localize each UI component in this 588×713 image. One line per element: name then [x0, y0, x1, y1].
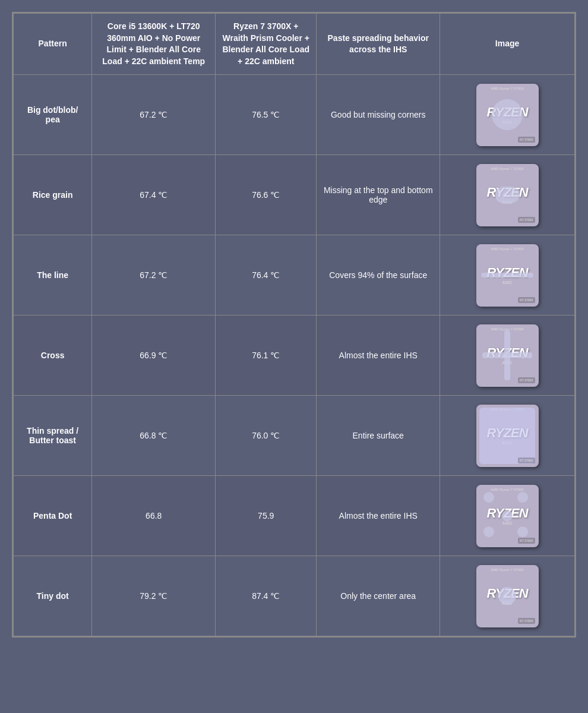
cell-r7-temp: 76.6 ℃ — [216, 155, 317, 235]
cpu-image: AMD Ryzen 7 3700XRYZENAMDR7 3700X — [475, 563, 540, 629]
table-row: Thin spread / Butter toast66.8 ℃76.0 ℃En… — [14, 396, 575, 476]
cell-pattern: Rice grain — [14, 155, 92, 235]
cell-image: AMD Ryzen 7 3700XRYZENAMDR7 3700X — [440, 476, 575, 556]
cell-i5-temp: 67.2 ℃ — [92, 235, 216, 316]
cell-pattern: Cross — [14, 316, 92, 396]
cpu-image: AMD Ryzen 7 3700XRYZENAMDR7 3700X — [475, 323, 540, 388]
cell-i5-temp: 66.8 — [92, 476, 216, 556]
cell-behavior: Missing at the top and bottom edge — [317, 155, 440, 235]
cell-image: AMD Ryzen 7 3700XRYZENAMDR7 3700X — [440, 316, 575, 396]
table-row: Cross66.9 ℃76.1 ℃Almost the entire IHSAM… — [14, 316, 575, 396]
cell-image: AMD Ryzen 7 3700XRYZENAMDR7 3700X — [440, 396, 575, 476]
cell-behavior: Only the center area — [317, 556, 440, 636]
cpu-image: AMD Ryzen 7 3700XRYZENAMDR7 3700X — [475, 82, 540, 147]
header-behavior: Paste spreading behavior across the IHS — [317, 14, 440, 75]
cell-behavior: Entire surface — [317, 396, 440, 476]
cell-r7-temp: 75.9 — [216, 476, 317, 556]
cell-r7-temp: 76.4 ℃ — [216, 235, 317, 316]
cell-pattern: Thin spread / Butter toast — [14, 396, 92, 476]
cell-pattern: Penta Dot — [14, 476, 92, 556]
cell-r7-temp: 76.5 ℃ — [216, 75, 317, 155]
cell-pattern: Tiny dot — [14, 556, 92, 636]
cell-i5-temp: 66.9 ℃ — [92, 316, 216, 396]
cell-i5-temp: 67.2 ℃ — [92, 75, 216, 155]
cell-image: AMD Ryzen 7 3700XRYZENAMDR7 3700X — [440, 155, 575, 235]
header-r7: Ryzen 7 3700X + Wraith Prism Cooler + Bl… — [216, 14, 317, 75]
comparison-table: Pattern Core i5 13600K + LT720 360mm AIO… — [13, 13, 575, 636]
cpu-image: AMD Ryzen 7 3700XRYZENAMDR7 3700X — [475, 403, 540, 468]
cell-image: AMD Ryzen 7 3700XRYZENAMDR7 3700X — [440, 235, 575, 316]
header-i5: Core i5 13600K + LT720 360mm AIO + No Po… — [92, 14, 216, 75]
cell-i5-temp: 66.8 ℃ — [92, 396, 216, 476]
cell-r7-temp: 76.0 ℃ — [216, 396, 317, 476]
cell-image: AMD Ryzen 7 3700XRYZENAMDR7 3700X — [440, 75, 575, 155]
main-table-container: Pattern Core i5 13600K + LT720 360mm AIO… — [12, 12, 576, 638]
cell-behavior: Good but missing corners — [317, 75, 440, 155]
cell-pattern: Big dot/blob/ pea — [14, 75, 92, 155]
header-pattern: Pattern — [14, 14, 92, 75]
cell-i5-temp: 67.4 ℃ — [92, 155, 216, 235]
cell-i5-temp: 79.2 ℃ — [92, 556, 216, 636]
cpu-image: AMD Ryzen 7 3700XRYZENAMDR7 3700X — [475, 483, 540, 548]
header-image: Image — [440, 14, 575, 75]
cell-behavior: Almost the entire IHS — [317, 476, 440, 556]
cell-image: AMD Ryzen 7 3700XRYZENAMDR7 3700X — [440, 556, 575, 636]
cpu-image: AMD Ryzen 7 3700XRYZENAMDR7 3700X — [475, 242, 540, 308]
cell-behavior: Covers 94% of the surface — [317, 235, 440, 316]
table-row: Rice grain67.4 ℃76.6 ℃Missing at the top… — [14, 155, 575, 235]
cell-pattern: The line — [14, 235, 92, 316]
table-row: The line67.2 ℃76.4 ℃Covers 94% of the su… — [14, 235, 575, 316]
cell-r7-temp: 76.1 ℃ — [216, 316, 317, 396]
header-row: Pattern Core i5 13600K + LT720 360mm AIO… — [14, 14, 575, 75]
table-row: Big dot/blob/ pea67.2 ℃76.5 ℃Good but mi… — [14, 75, 575, 155]
table-row: Penta Dot66.875.9Almost the entire IHSAM… — [14, 476, 575, 556]
table-row: Tiny dot79.2 ℃87.4 ℃Only the center area… — [14, 556, 575, 636]
cell-behavior: Almost the entire IHS — [317, 316, 440, 396]
cpu-image: AMD Ryzen 7 3700XRYZENAMDR7 3700X — [475, 162, 540, 228]
cell-r7-temp: 87.4 ℃ — [216, 556, 317, 636]
